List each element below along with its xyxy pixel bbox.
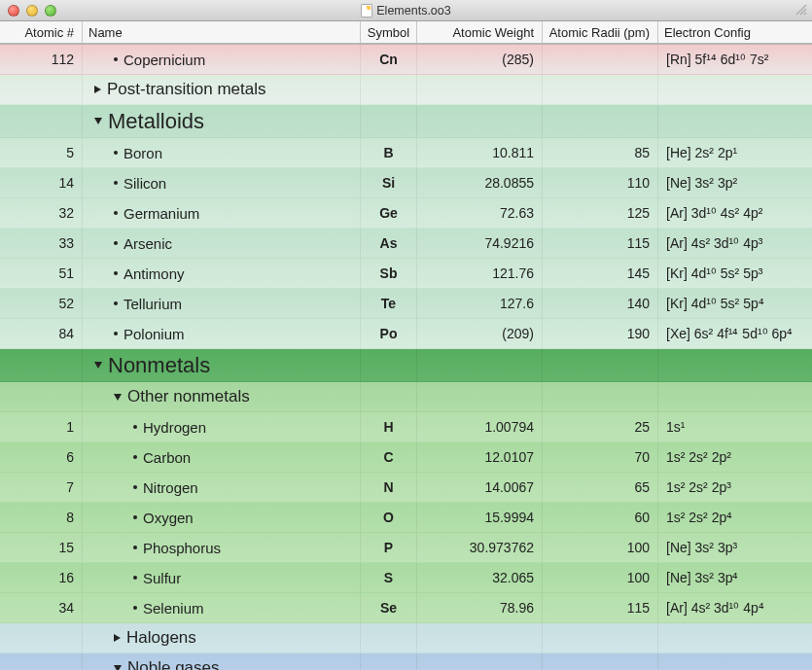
cell-name: Nitrogen — [83, 473, 361, 502]
cell-weight: 28.0855 — [417, 168, 543, 197]
cell-atomic: 52 — [0, 289, 83, 318]
close-icon[interactable] — [8, 5, 19, 17]
chevron-down-icon[interactable] — [114, 394, 122, 401]
cell-atomic: 84 — [0, 319, 83, 348]
cell-name: Sulfur — [83, 563, 361, 592]
column-header-row: Atomic # Name Symbol Atomic Weight Atomi… — [0, 21, 812, 45]
cell-symbol: P — [361, 533, 417, 562]
cell-name: Post-transition metals — [83, 75, 361, 104]
group-header-row[interactable]: Nonmetals — [0, 349, 812, 382]
cell-symbol: O — [361, 503, 417, 532]
row-label: Antimony — [124, 265, 185, 282]
cell-weight: 14.0067 — [417, 473, 543, 502]
cell-radii — [543, 382, 658, 411]
cell-name: Arsenic — [83, 229, 361, 258]
bullet-icon — [114, 332, 118, 335]
table-row[interactable]: 51AntimonySb121.76145[Kr] 4d¹⁰ 5s² 5p³ — [0, 259, 812, 289]
column-header-atomic[interactable]: Atomic # — [0, 21, 83, 43]
table-row[interactable]: 112CoperniciumCn(285)[Rn] 5f¹⁴ 6d¹⁰ 7s² — [0, 45, 812, 75]
cell-weight: 15.9994 — [417, 503, 543, 532]
column-header-name[interactable]: Name — [83, 21, 361, 43]
cell-atomic: 5 — [0, 138, 83, 167]
zoom-icon[interactable] — [45, 5, 56, 17]
cell-name: Tellurium — [83, 289, 361, 318]
subgroup-header-row[interactable]: Halogens — [0, 623, 812, 653]
row-label: Sulfur — [143, 570, 181, 586]
table-row[interactable]: 6CarbonC12.0107701s² 2s² 2p² — [0, 442, 812, 473]
cell-symbol — [361, 653, 417, 670]
table-row[interactable]: 84PoloniumPo(209)190[Xe] 6s² 4f¹⁴ 5d¹⁰ 6… — [0, 319, 812, 349]
column-header-symbol[interactable]: Symbol — [361, 21, 417, 43]
table-row[interactable]: 5BoronB10.81185[He] 2s² 2p¹ — [0, 138, 812, 168]
table-row[interactable]: 34SeleniumSe78.96115[Ar] 4s² 3d¹⁰ 4p⁴ — [0, 593, 812, 623]
row-label: Nonmetals — [108, 353, 210, 378]
cell-atomic: 7 — [0, 473, 83, 502]
chevron-down-icon[interactable] — [94, 362, 102, 369]
table-row[interactable]: 33ArsenicAs74.9216115[Ar] 4s² 3d¹⁰ 4p³ — [0, 229, 812, 259]
cell-weight: 12.0107 — [417, 442, 543, 472]
bullet-icon — [133, 425, 137, 429]
cell-weight: 1.00794 — [417, 412, 543, 441]
subgroup-header-row[interactable]: Post-transition metals — [0, 75, 812, 105]
cell-name: Antimony — [83, 259, 361, 288]
cell-name: Silicon — [83, 168, 361, 197]
table-row[interactable]: 1HydrogenH1.00794251s¹ — [0, 412, 812, 442]
cell-econfig: [Ne] 3s² 3p⁴ — [658, 563, 812, 592]
cell-weight: 32.065 — [417, 563, 543, 592]
cell-name: Hydrogen — [83, 412, 361, 441]
cell-weight: (209) — [417, 319, 543, 348]
cell-weight: 74.9216 — [417, 229, 543, 258]
row-label: Metalloids — [108, 109, 204, 134]
cell-atomic — [0, 75, 83, 104]
chevron-down-icon[interactable] — [114, 665, 122, 671]
row-label: Carbon — [143, 449, 191, 466]
bullet-icon — [133, 576, 137, 580]
table-row[interactable]: 32GermaniumGe72.63125[Ar] 3d¹⁰ 4s² 4p² — [0, 198, 812, 229]
chevron-right-icon[interactable] — [94, 86, 101, 93]
row-label: Selenium — [143, 600, 204, 617]
cell-atomic — [0, 105, 83, 137]
window-title: Elements.oo3 — [376, 4, 450, 18]
cell-symbol: S — [361, 563, 417, 592]
cell-name: Germanium — [83, 198, 361, 228]
cell-weight: (285) — [417, 45, 543, 74]
row-label: Post-transition metals — [107, 80, 265, 99]
table-row[interactable]: 7NitrogenN14.0067651s² 2s² 2p³ — [0, 473, 812, 503]
chevron-right-icon[interactable] — [114, 634, 121, 642]
cell-symbol: H — [361, 412, 417, 441]
cell-symbol — [361, 75, 417, 104]
subgroup-header-row[interactable]: Noble gases — [0, 653, 812, 670]
cell-weight — [417, 623, 543, 652]
group-header-row[interactable]: Metalloids — [0, 105, 812, 138]
table-row[interactable]: 8OxygenO15.9994601s² 2s² 2p⁴ — [0, 503, 812, 533]
bullet-icon — [133, 455, 137, 459]
cell-atomic: 8 — [0, 503, 83, 532]
cell-name: Oxygen — [83, 503, 361, 532]
table-row[interactable]: 15PhosphorusP30.973762100[Ne] 3s² 3p³ — [0, 533, 812, 563]
cell-econfig: [Ne] 3s² 3p² — [658, 168, 812, 197]
cell-name: Nonmetals — [83, 349, 361, 381]
chevron-down-icon[interactable] — [94, 118, 102, 124]
resize-grip-icon[interactable] — [794, 3, 808, 17]
window-titlebar: Elements.oo3 — [0, 0, 812, 21]
cell-radii — [543, 349, 658, 381]
column-header-radii[interactable]: Atomic Radii (pm) — [543, 21, 658, 43]
column-header-weight[interactable]: Atomic Weight — [417, 21, 543, 43]
row-label: Halogens — [126, 628, 196, 648]
table-row[interactable]: 52TelluriumTe127.6140[Kr] 4d¹⁰ 5s² 5p⁴ — [0, 289, 812, 319]
cell-atomic: 34 — [0, 593, 83, 622]
table-row[interactable]: 16SulfurS32.065100[Ne] 3s² 3p⁴ — [0, 563, 812, 593]
cell-econfig: [Ar] 3d¹⁰ 4s² 4p² — [658, 198, 812, 228]
table-row[interactable]: 14SiliconSi28.0855110[Ne] 3s² 3p² — [0, 168, 812, 198]
cell-symbol — [361, 105, 417, 137]
minimize-icon[interactable] — [26, 5, 38, 17]
cell-econfig — [658, 653, 812, 670]
cell-atomic — [0, 349, 83, 381]
cell-weight — [417, 105, 543, 137]
bullet-icon — [114, 181, 118, 185]
cell-atomic: 32 — [0, 198, 83, 228]
cell-symbol: Sb — [361, 259, 417, 288]
subgroup-header-row[interactable]: Other nonmetals — [0, 382, 812, 412]
cell-radii: 115 — [543, 229, 658, 258]
column-header-econfig[interactable]: Electron Config — [658, 21, 812, 43]
